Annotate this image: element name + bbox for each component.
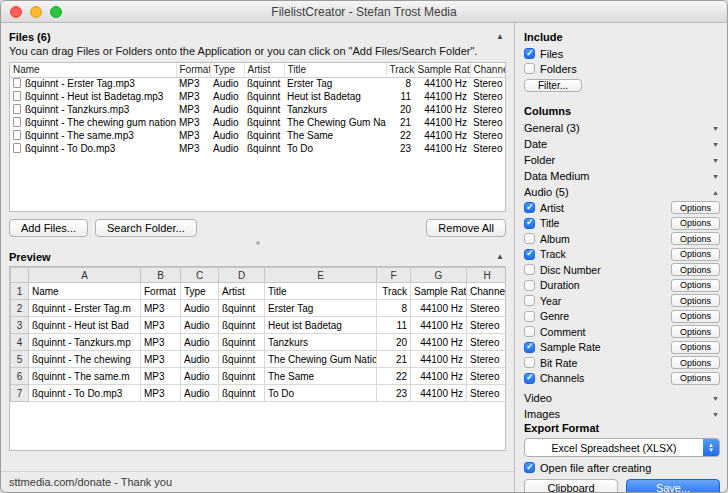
group-date-chevron-icon[interactable]: ▼ xyxy=(712,141,720,148)
options-button-sample-rate[interactable]: Options xyxy=(671,341,720,354)
files-col-track[interactable]: Track xyxy=(386,63,414,77)
options-button-artist[interactable]: Options xyxy=(671,201,720,214)
column-item-duration: Duration Options xyxy=(524,278,720,294)
file-row[interactable]: ßquinnt - Heut ist Badetag.mp3 MP3Audioß… xyxy=(10,90,505,103)
export-format-header: Export Format xyxy=(524,422,720,434)
checkbox-icon[interactable] xyxy=(524,63,535,74)
grid-row: 2 ßquinnt - Erster Tag.mMP3AudioßquinntE… xyxy=(11,300,507,317)
title-bar[interactable]: FilelistCreator - Stefan Trost Media xyxy=(1,1,727,23)
drag-drop-instruction: You can drag Files or Folders onto the A… xyxy=(9,45,506,62)
checkbox-icon[interactable] xyxy=(524,280,535,291)
column-item-album: Album Options xyxy=(524,231,720,247)
columns-group-general[interactable]: General (3)▼ xyxy=(524,120,720,136)
checkbox-icon[interactable] xyxy=(524,48,535,59)
checkbox-icon[interactable] xyxy=(524,311,535,322)
grid-col-d: D xyxy=(219,268,265,283)
columns-group-images[interactable]: Images▼ xyxy=(524,406,720,422)
preview-collapse-icon[interactable]: ▲ xyxy=(496,252,506,261)
columns-header: Columns xyxy=(524,105,720,117)
search-folder-button[interactable]: Search Folder... xyxy=(95,219,197,237)
checkbox-icon[interactable] xyxy=(524,202,535,213)
columns-group-data-medium[interactable]: Data Medium▼ xyxy=(524,168,720,184)
splitter-handle[interactable] xyxy=(256,241,260,245)
file-row[interactable]: ßquinnt - To Do.mp3 MP3AudioßquinntTo Do… xyxy=(10,142,505,155)
columns-group-folder[interactable]: Folder▼ xyxy=(524,152,720,168)
options-button-title[interactable]: Options xyxy=(671,217,720,230)
columns-group-video[interactable]: Video▼ xyxy=(524,390,720,406)
columns-group-date[interactable]: Date▼ xyxy=(524,136,720,152)
file-icon xyxy=(13,91,21,101)
group-folder-chevron-icon[interactable]: ▼ xyxy=(712,157,720,164)
export-format-value: Excel Spreadsheet (XLSX) xyxy=(525,442,703,454)
files-col-sample-rate[interactable]: Sample Rate xyxy=(414,63,470,77)
group-images-chevron-icon[interactable]: ▼ xyxy=(712,411,720,418)
grid-row: 6 ßquinnt - The same.mMP3AudioßquinntThe… xyxy=(11,368,507,385)
file-icon xyxy=(13,130,21,140)
file-row[interactable]: ßquinnt - Tanzkurs.mp3 MP3AudioßquinntTa… xyxy=(10,103,505,116)
file-icon xyxy=(13,104,21,114)
include-header: Include xyxy=(524,31,720,43)
checkbox-icon[interactable] xyxy=(524,264,535,275)
options-button-bit-rate[interactable]: Options xyxy=(671,356,720,369)
checkbox-icon[interactable] xyxy=(524,249,535,260)
close-window-button[interactable] xyxy=(10,6,22,18)
options-button-year[interactable]: Options xyxy=(671,294,720,307)
open-after-checkbox[interactable]: Open file after creating xyxy=(524,460,720,475)
file-row[interactable]: ßquinnt - The chewing gum nation.mp3 MP3… xyxy=(10,116,505,129)
traffic-lights xyxy=(10,1,62,22)
files-col-artist[interactable]: Artist xyxy=(244,63,284,77)
grid-col-h: H xyxy=(467,268,507,283)
save-button[interactable]: Save... xyxy=(626,479,720,493)
export-format-select[interactable]: Excel Spreadsheet (XLSX) ▲▼ xyxy=(524,438,720,457)
file-row[interactable]: ßquinnt - Erster Tag.mp3 MP3Audioßquinnt… xyxy=(10,77,505,90)
files-col-format[interactable]: Format xyxy=(176,63,210,77)
file-row[interactable]: ßquinnt - The same.mp3 MP3AudioßquinntTh… xyxy=(10,129,505,142)
group-audio-chevron-icon[interactable]: ▲ xyxy=(712,189,720,196)
remove-all-button[interactable]: Remove All xyxy=(426,219,506,237)
column-item-artist: Artist Options xyxy=(524,200,720,216)
checkbox-icon[interactable] xyxy=(524,233,535,244)
files-section-title: Files (6) xyxy=(9,31,51,43)
group-general-chevron-icon[interactable]: ▼ xyxy=(712,125,720,132)
options-button-album[interactable]: Options xyxy=(671,232,720,245)
options-button-genre[interactable]: Options xyxy=(671,310,720,323)
group-data-medium-chevron-icon[interactable]: ▼ xyxy=(712,173,720,180)
minimize-window-button[interactable] xyxy=(30,6,42,18)
checkbox-icon[interactable] xyxy=(524,462,535,473)
donate-link[interactable]: sttmedia.com/donate - Thank you xyxy=(9,476,172,488)
add-files-button[interactable]: Add Files... xyxy=(9,219,88,237)
files-list[interactable]: Name Format Type Artist Title Track Samp… xyxy=(9,62,506,212)
options-button-comment[interactable]: Options xyxy=(671,325,720,338)
options-button-channels[interactable]: Options xyxy=(671,372,720,385)
window-title: FilelistCreator - Stefan Trost Media xyxy=(271,5,456,19)
export-buttons: Clipboard Save... xyxy=(524,479,720,493)
files-col-title[interactable]: Title xyxy=(284,63,386,77)
grid-row: 1 NameFormatTypeArtistTitleTrackSample R… xyxy=(11,283,507,300)
group-video-chevron-icon[interactable]: ▼ xyxy=(712,395,720,402)
columns-group-audio[interactable]: Audio (5)▲ xyxy=(524,184,720,200)
files-col-type[interactable]: Type xyxy=(210,63,244,77)
include-files-checkbox[interactable]: Files xyxy=(524,46,720,61)
grid-row-number: 6 xyxy=(11,368,29,385)
checkbox-icon[interactable] xyxy=(524,218,535,229)
checkbox-icon[interactable] xyxy=(524,342,535,353)
options-button-disc-number[interactable]: Options xyxy=(671,263,720,276)
files-collapse-icon[interactable]: ▲ xyxy=(496,32,506,41)
grid-row: 3 ßquinnt - Heut ist BadMP3AudioßquinntH… xyxy=(11,317,507,334)
checkbox-icon[interactable] xyxy=(524,373,535,384)
files-col-name[interactable]: Name xyxy=(10,63,176,77)
checkbox-icon[interactable] xyxy=(524,326,535,337)
checkbox-icon[interactable] xyxy=(524,357,535,368)
grid-row: 7 ßquinnt - To Do.mp3MP3AudioßquinntTo D… xyxy=(11,385,507,402)
options-button-duration[interactable]: Options xyxy=(671,279,720,292)
checkbox-icon[interactable] xyxy=(524,295,535,306)
clipboard-button[interactable]: Clipboard xyxy=(524,479,618,493)
include-folders-checkbox[interactable]: Folders xyxy=(524,61,720,76)
filter-button[interactable]: Filter... xyxy=(524,79,582,92)
files-col-channels[interactable]: Channels xyxy=(470,63,505,77)
column-item-title: Title Options xyxy=(524,216,720,232)
grid-corner-cell xyxy=(11,268,29,283)
zoom-window-button[interactable] xyxy=(50,6,62,18)
file-icon xyxy=(13,143,21,153)
options-button-track[interactable]: Options xyxy=(671,248,720,261)
